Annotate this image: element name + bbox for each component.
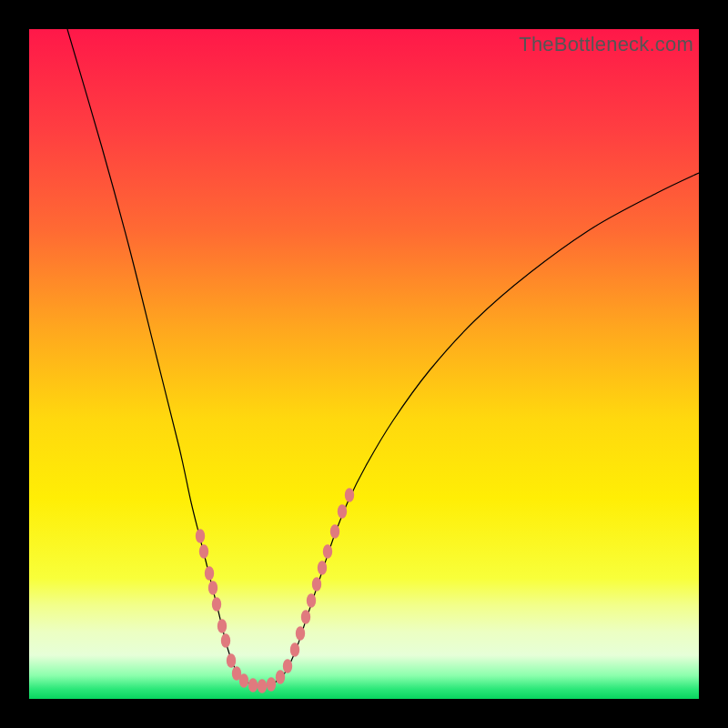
scatter-dot <box>345 488 354 502</box>
chart-frame: TheBottleneck.com <box>0 0 728 728</box>
scatter-dot <box>338 504 347 519</box>
scatter-dot <box>283 659 292 673</box>
chart-svg <box>29 29 699 699</box>
scatter-dot <box>208 581 217 595</box>
scatter-dot <box>196 529 205 543</box>
scatter-dot <box>290 642 299 657</box>
scatter-dot <box>318 561 327 575</box>
scatter-dot <box>227 653 236 668</box>
scatter-dot <box>323 544 332 559</box>
scatter-dot <box>205 566 214 581</box>
scatter-dot <box>276 670 285 684</box>
scatter-dots <box>196 488 354 693</box>
scatter-dot <box>296 626 305 641</box>
scatter-dot <box>221 633 230 648</box>
scatter-dot <box>307 593 316 608</box>
scatter-dot <box>267 677 276 692</box>
scatter-dot <box>258 679 267 693</box>
plot-area: TheBottleneck.com <box>29 29 699 699</box>
scatter-dot <box>239 673 248 688</box>
watermark-text: TheBottleneck.com <box>519 33 693 56</box>
scatter-dot <box>330 524 339 539</box>
scatter-dot <box>212 597 221 612</box>
scatter-dot <box>248 678 258 693</box>
scatter-dot <box>301 610 310 624</box>
scatter-dot <box>312 577 321 592</box>
bottleneck-curve <box>67 29 699 686</box>
scatter-dot <box>217 619 227 633</box>
scatter-dot <box>199 544 208 559</box>
